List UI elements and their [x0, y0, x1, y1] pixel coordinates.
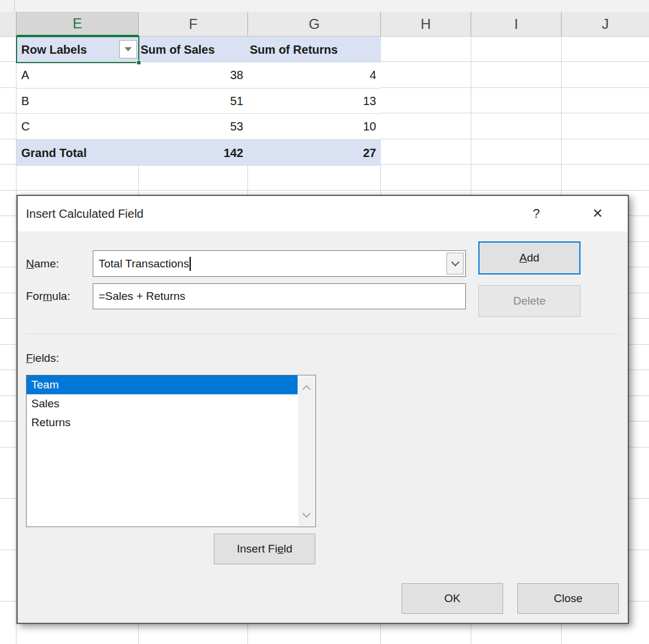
- top-strip-divider: [14, 0, 15, 12]
- column-header-h[interactable]: H: [381, 12, 471, 36]
- pivot-row-b: B 51 13: [17, 89, 381, 114]
- ok-button[interactable]: OK: [402, 583, 503, 614]
- scroll-up-button[interactable]: [298, 378, 315, 395]
- column-header-partial[interactable]: [0, 12, 17, 36]
- help-button[interactable]: ?: [524, 196, 548, 231]
- name-label-accesskey: N: [26, 257, 34, 270]
- dialog-separator: [25, 334, 621, 334]
- pivot-grand-total-row: Grand Total 142 27: [17, 140, 381, 166]
- scroll-down-button[interactable]: [298, 507, 315, 524]
- dialog-titlebar: Insert Calculated Field ? ✕: [18, 196, 628, 231]
- name-dropdown-button[interactable]: [446, 253, 464, 274]
- formula-label-pre: For: [26, 290, 43, 302]
- pivot-row-label[interactable]: C: [17, 120, 139, 133]
- column-header-i[interactable]: I: [471, 12, 562, 36]
- add-button-rest: dd: [527, 251, 539, 264]
- formula-input[interactable]: =Sales + Returns: [93, 283, 466, 309]
- pivot-returns-cell[interactable]: 13: [248, 94, 381, 108]
- fields-scrollbar[interactable]: [298, 376, 315, 526]
- pivot-returns-cell[interactable]: 10: [248, 120, 381, 133]
- formula-input-value: =Sales + Returns: [99, 290, 185, 303]
- insert-calculated-field-dialog: Insert Calculated Field ? ✕ Name: Total …: [17, 195, 629, 624]
- text-caret: [190, 257, 191, 271]
- insert-field-rest: ld: [283, 542, 292, 555]
- fields-list: Team Sales Returns: [27, 375, 298, 527]
- name-label-rest: ame:: [34, 257, 59, 270]
- close-button[interactable]: Close: [517, 583, 619, 614]
- pivot-row-label[interactable]: A: [17, 68, 139, 82]
- sheet-top-strip: [0, 0, 649, 12]
- row-labels-filter-button[interactable]: [119, 40, 137, 58]
- add-button-accesskey: A: [520, 251, 527, 264]
- delete-button[interactable]: Delete: [478, 285, 580, 317]
- insert-field-button[interactable]: Insert Field: [214, 534, 315, 564]
- fields-label-rest: ields:: [33, 352, 59, 364]
- pivot-sales-cell[interactable]: 51: [139, 94, 248, 108]
- field-item-returns[interactable]: Returns: [27, 413, 298, 432]
- name-input[interactable]: Total Transactions: [93, 250, 466, 277]
- fields-listbox: Team Sales Returns: [26, 375, 316, 527]
- chevron-down-icon: [451, 258, 459, 266]
- dialog-title: Insert Calculated Field: [26, 196, 144, 231]
- pivot-grand-total-sales[interactable]: 142: [139, 146, 248, 160]
- column-header-e[interactable]: E: [17, 12, 139, 36]
- close-icon[interactable]: ✕: [582, 196, 613, 231]
- column-header-band: E F G H I J: [0, 12, 649, 37]
- fields-label: Fields:: [26, 348, 59, 368]
- formula-label-rest: ula:: [52, 290, 70, 302]
- chevron-down-icon: [302, 509, 311, 518]
- chevron-up-icon: [302, 385, 311, 393]
- field-item-sales[interactable]: Sales: [27, 394, 298, 413]
- pivot-grand-total-returns[interactable]: 27: [248, 146, 381, 160]
- pivot-sales-cell[interactable]: 53: [139, 120, 248, 133]
- pivot-row-c: C 53 10: [17, 114, 381, 140]
- formula-label-accesskey: m: [43, 290, 53, 302]
- pivot-returns-cell[interactable]: 4: [248, 68, 381, 82]
- insert-field-pre: Insert Fi: [237, 542, 278, 555]
- field-item-team[interactable]: Team: [27, 375, 298, 394]
- pivot-header-sum-of-sales[interactable]: Sum of Sales: [139, 43, 248, 57]
- fields-label-accesskey: F: [26, 352, 33, 364]
- column-header-j[interactable]: J: [562, 12, 649, 36]
- formula-label: Formula:: [26, 283, 70, 309]
- filter-dropdown-icon: [125, 47, 132, 51]
- pivot-header-row: Row Labels Sum of Sales Sum of Returns: [17, 37, 381, 63]
- pivot-table: Row Labels Sum of Sales Sum of Returns A…: [17, 37, 381, 166]
- column-header-f[interactable]: F: [139, 12, 248, 36]
- name-input-value: Total Transactions: [99, 257, 189, 270]
- pivot-grand-total-label[interactable]: Grand Total: [17, 146, 139, 160]
- add-button[interactable]: Add: [478, 241, 580, 274]
- name-label: Name:: [26, 250, 59, 277]
- insert-field-accesskey: e: [278, 542, 284, 555]
- pivot-sales-cell[interactable]: 38: [139, 68, 248, 82]
- pivot-row-label[interactable]: B: [17, 94, 139, 108]
- column-header-g[interactable]: G: [248, 12, 381, 36]
- pivot-header-sum-of-returns[interactable]: Sum of Returns: [248, 43, 381, 57]
- pivot-row-a: A 38 4: [17, 63, 381, 89]
